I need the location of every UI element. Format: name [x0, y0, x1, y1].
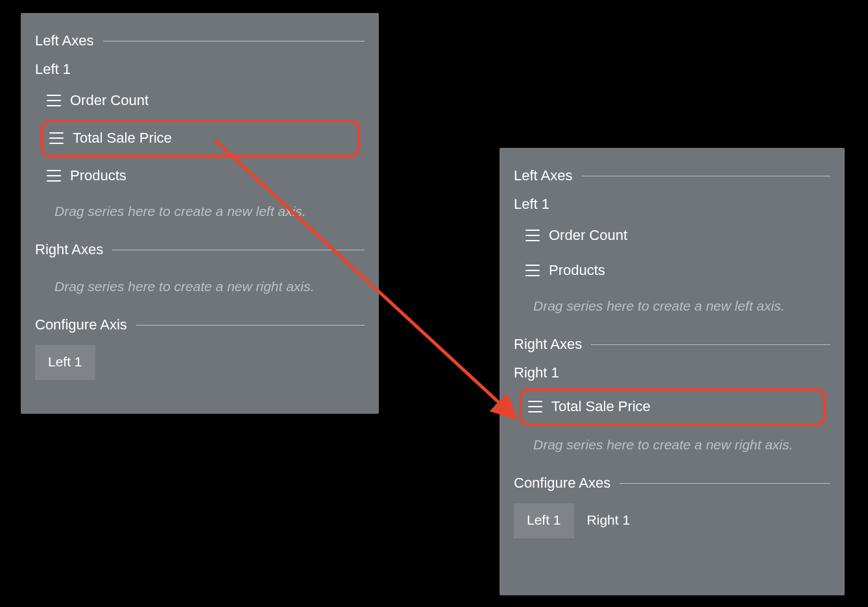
- series-label: Total Sale Price: [551, 398, 651, 415]
- axes-config-panel-after: Left Axes Left 1 Order Count Products Dr…: [500, 148, 845, 595]
- drag-handle-icon[interactable]: [525, 230, 540, 241]
- configure-axes-title: Configure Axes: [514, 475, 610, 492]
- configure-axes-header: Configure Axes: [514, 475, 830, 492]
- drag-handle-icon[interactable]: [525, 265, 540, 276]
- header-rule: [112, 250, 365, 250]
- axis-tab-left-1[interactable]: Left 1: [35, 345, 95, 380]
- header-rule: [136, 325, 365, 326]
- right-drop-hint[interactable]: Drag series here to create a new right a…: [514, 428, 830, 470]
- header-rule: [591, 344, 830, 345]
- right-axes-header: Right Axes: [514, 336, 830, 353]
- series-item-total-sale-price[interactable]: Total Sale Price: [40, 119, 359, 157]
- left-drop-hint[interactable]: Drag series here to create a new left ax…: [35, 195, 365, 236]
- series-item-order-count[interactable]: Order Count: [519, 219, 825, 252]
- series-item-order-count[interactable]: Order Count: [40, 84, 359, 117]
- configure-axis-title: Configure Axis: [35, 316, 127, 333]
- left-axes-header: Left Axes: [514, 167, 830, 184]
- drag-handle-icon[interactable]: [47, 95, 61, 106]
- header-rule: [103, 41, 365, 42]
- series-label: Order Count: [549, 227, 627, 244]
- configure-axis-tabs: Left 1: [35, 345, 365, 380]
- series-item-total-sale-price[interactable]: Total Sale Price: [519, 388, 825, 425]
- right-axes-header: Right Axes: [35, 241, 365, 258]
- left-axes-title: Left Axes: [514, 167, 573, 184]
- left-drop-hint[interactable]: Drag series here to create a new left ax…: [514, 289, 830, 331]
- series-label: Products: [70, 167, 127, 184]
- left-axes-header: Left Axes: [35, 32, 365, 49]
- series-label: Products: [549, 262, 605, 279]
- drag-handle-icon[interactable]: [47, 170, 61, 182]
- right-drop-hint[interactable]: Drag series here to create a new right a…: [35, 270, 365, 311]
- series-item-products[interactable]: Products: [519, 254, 825, 287]
- right-axes-title: Right Axes: [35, 241, 103, 258]
- configure-axes-tabs: Left 1 Right 1: [514, 503, 830, 538]
- right-axis-name: Right 1: [514, 364, 830, 381]
- header-rule: [620, 483, 830, 484]
- axis-tab-right-1[interactable]: Right 1: [574, 503, 644, 538]
- series-item-products[interactable]: Products: [40, 160, 359, 192]
- drag-handle-icon[interactable]: [49, 132, 64, 144]
- drag-handle-icon[interactable]: [528, 401, 542, 412]
- series-label: Total Sale Price: [73, 130, 172, 147]
- left-axes-title: Left Axes: [35, 32, 94, 49]
- right-axes-title: Right Axes: [514, 336, 582, 353]
- configure-axis-header: Configure Axis: [35, 316, 365, 333]
- axes-config-panel-before: Left Axes Left 1 Order Count Total Sale …: [21, 13, 379, 414]
- axis-tab-left-1[interactable]: Left 1: [514, 503, 574, 538]
- left-axis-name: Left 1: [35, 61, 365, 78]
- header-rule: [582, 176, 830, 176]
- series-label: Order Count: [70, 92, 149, 109]
- left-axis-name: Left 1: [514, 196, 830, 213]
